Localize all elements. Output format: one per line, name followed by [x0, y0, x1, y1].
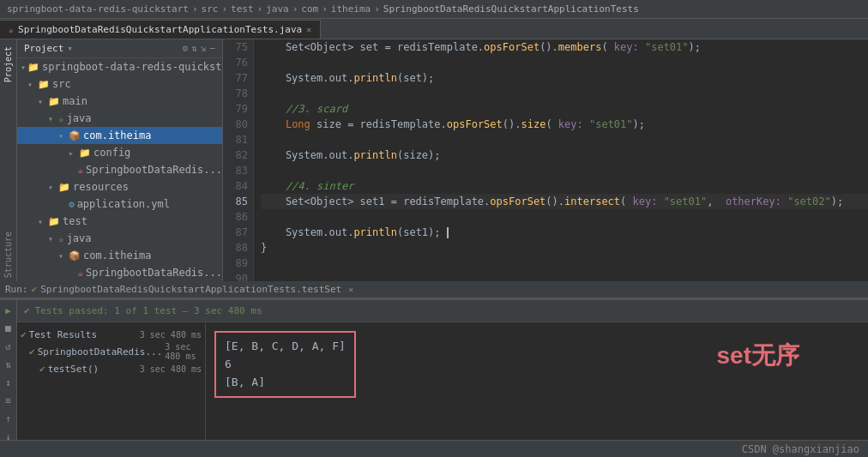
- output-line-2: 6: [225, 356, 346, 374]
- java-test-source-icon: ☕: [58, 233, 64, 244]
- test-suite-item[interactable]: ✔ SpringbootDataRedis... 3 sec 480 ms: [17, 343, 205, 360]
- breadcrumb-bar: springboot-data-redis-quickstart › src ›…: [0, 0, 868, 19]
- test-method-label: testSet(): [48, 364, 99, 375]
- gear-icon[interactable]: ⚙: [183, 43, 189, 54]
- line-num-79: 79: [223, 101, 248, 117]
- sort-tests-button[interactable]: ⇅: [3, 358, 13, 372]
- breadcrumb: springboot-data-redis-quickstart › src ›…: [7, 3, 639, 15]
- code-line-87: System.out.println(set1);: [261, 225, 868, 240]
- test-suite-label: SpringbootDataRedis...: [38, 346, 163, 358]
- code-line-82: System.out.println(size);: [261, 147, 868, 163]
- editor-tab-main[interactable]: ☕ SpringbootDataRedisQuickstartApplicati…: [0, 20, 321, 39]
- minus-icon[interactable]: −: [209, 43, 215, 54]
- line-num-78: 78: [223, 86, 248, 101]
- left-sidebar-tabs: Project Structure: [0, 39, 17, 281]
- tree-label-java: java: [67, 112, 92, 124]
- line-num-84: 84: [223, 178, 248, 194]
- bottom-split: ✔ Test Results 3 sec 480 ms ✔ Springboot…: [17, 322, 868, 440]
- sidebar-toolbar: ⚙ ⇅ ⇲ −: [183, 43, 216, 54]
- test-results-duration: 3 sec 480 ms: [140, 330, 202, 340]
- line-num-90: 90: [223, 271, 248, 281]
- tab-close-button[interactable]: ✕: [306, 25, 311, 34]
- tree-item-test[interactable]: ▾ 📁 test: [17, 213, 222, 230]
- sort-icon[interactable]: ⇅: [191, 43, 197, 54]
- module-icon: 📁: [27, 62, 39, 73]
- tree-label-resources: resources: [73, 181, 129, 193]
- run-tab-label[interactable]: SpringbootDataRedisQuickstartApplication…: [40, 284, 341, 295]
- tree-item-com-itheima[interactable]: ▾ 📦 com.itheima: [17, 127, 222, 144]
- breadcrumb-part-2[interactable]: src: [202, 3, 219, 15]
- project-tab[interactable]: Project: [2, 43, 15, 86]
- package-icon: 📦: [69, 130, 81, 141]
- run-button[interactable]: ▶: [3, 304, 13, 318]
- test-method-item[interactable]: ✔ testSet() 3 sec 480 ms: [17, 360, 205, 377]
- tree-item-root[interactable]: ▾ 📁 springboot-data-redis-quickstart E:\…: [17, 58, 222, 75]
- tree-item-java-main[interactable]: ▾ ☕ java: [17, 110, 222, 127]
- test-method-duration: 3 sec 480 ms: [140, 364, 202, 374]
- structure-tab[interactable]: Structure: [2, 228, 15, 281]
- code-line-89: [261, 256, 868, 271]
- tree-label-main-class: SpringbootDataRedis...: [86, 164, 222, 176]
- tree-item-java-test[interactable]: ▾ ☕ java: [17, 230, 222, 247]
- test-status-bar: ✔ Tests passed: 1 of 1 test – 3 sec 480 …: [17, 300, 868, 322]
- line-num-83: 83: [223, 163, 248, 178]
- code-editor[interactable]: 75 76 77 78 79 80 81 82 83 84 85 86 87 8…: [223, 39, 868, 281]
- run-check-icon: ✔: [32, 284, 38, 295]
- tree-item-application-yml[interactable]: ▸ ⚙ application.yml: [17, 195, 222, 213]
- line-num-80: 80: [223, 117, 248, 132]
- breadcrumb-part-5[interactable]: com: [301, 3, 318, 15]
- breadcrumb-part-3[interactable]: test: [231, 3, 254, 15]
- folder-icon: 📁: [48, 96, 60, 107]
- folder-icon: 📁: [38, 79, 50, 90]
- tree-label-test-class: SpringbootDataRedis...: [86, 267, 222, 279]
- tree-item-resources[interactable]: ▾ 📁 resources: [17, 178, 222, 195]
- sidebar-title: Project: [24, 43, 63, 54]
- test-tree: ✔ Test Results 3 sec 480 ms ✔ Springboot…: [17, 322, 206, 440]
- line-num-89: 89: [223, 256, 248, 271]
- tree-item-main[interactable]: ▾ 📁 main: [17, 93, 222, 110]
- expand-arrow-icon: ▾: [38, 97, 46, 106]
- breadcrumb-part-4[interactable]: java: [266, 3, 289, 15]
- package-icon: 📦: [69, 250, 81, 262]
- stop-button[interactable]: ⏹: [2, 322, 15, 336]
- tree-item-config[interactable]: ▸ 📁 config: [17, 144, 222, 161]
- dropdown-arrow-icon[interactable]: ▾: [67, 43, 73, 54]
- tree-label-config: config: [93, 147, 130, 159]
- sidebar-title-area: Project ▾: [24, 43, 73, 54]
- line-num-85: 85: [223, 194, 248, 209]
- expand-arrow-icon: ▾: [58, 251, 67, 261]
- tree-label-src: src: [52, 78, 71, 90]
- filter-button[interactable]: ≡: [3, 394, 13, 408]
- tree-item-main-class[interactable]: ▸ ☕ SpringbootDataRedis...: [17, 161, 222, 178]
- watermark-text: CSDN @shangxianjiao: [742, 443, 859, 455]
- rerun-button[interactable]: ↺: [3, 340, 13, 354]
- bottom-panel-inner: ✔ Tests passed: 1 of 1 test – 3 sec 480 …: [17, 300, 868, 440]
- main-area: Project Structure Project ▾ ⚙ ⇅ ⇲ − ▾ 📁 …: [0, 39, 868, 281]
- pass-icon: ✔: [21, 329, 27, 340]
- test-results-root[interactable]: ✔ Test Results 3 sec 480 ms: [17, 326, 205, 343]
- run-tab-close[interactable]: ✕: [348, 285, 353, 294]
- test-suite-duration: 3 sec 480 ms: [165, 342, 202, 361]
- code-line-80: Long size = redisTemplate.opsForSet().si…: [261, 117, 868, 132]
- down-button[interactable]: ↓: [3, 430, 13, 440]
- code-line-86: [261, 209, 868, 225]
- tree-item-src[interactable]: ▾ 📁 src: [17, 75, 222, 93]
- tree-item-com-itheima-test[interactable]: ▾ 📦 com.itheima: [17, 247, 222, 264]
- line-num-75: 75: [223, 39, 248, 55]
- code-line-83: [261, 163, 868, 178]
- code-content[interactable]: Set<Object> set = redisTemplate.opsForSe…: [254, 39, 868, 281]
- expand-arrow-icon: ▾: [58, 131, 67, 141]
- editor-tab-bar: ☕ SpringbootDataRedisQuickstartApplicati…: [0, 19, 868, 39]
- breadcrumb-part-6[interactable]: itheima: [331, 3, 371, 15]
- tree-item-test-class[interactable]: ▸ ☕ SpringbootDataRedis...: [17, 264, 222, 281]
- tree-label-package: com.itheima: [83, 129, 151, 141]
- breadcrumb-part-1[interactable]: springboot-data-redis-quickstart: [7, 3, 189, 15]
- expand-tests-button[interactable]: ↕: [3, 376, 13, 390]
- expand-icon[interactable]: ⇲: [201, 43, 207, 54]
- tree-label-main: main: [63, 95, 87, 107]
- breadcrumb-part-7[interactable]: SpringbootDataRedisQuickstartApplication…: [383, 3, 639, 15]
- expand-arrow-icon: ▾: [48, 114, 57, 123]
- java-source-icon: ☕: [58, 113, 64, 124]
- up-button[interactable]: ↑: [3, 412, 13, 426]
- tree-label-test: test: [63, 215, 87, 227]
